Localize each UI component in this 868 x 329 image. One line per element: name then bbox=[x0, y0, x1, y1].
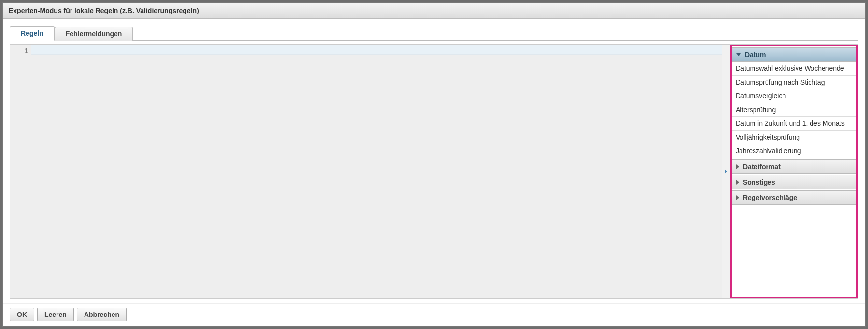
rule-item[interactable]: Datumswahl exklusive Wochenende bbox=[732, 62, 856, 76]
chevron-right-icon bbox=[736, 180, 739, 185]
tab-rules[interactable]: Regeln bbox=[10, 26, 55, 41]
dialog-window: Experten-Modus für lokale Regeln (z.B. V… bbox=[2, 2, 866, 327]
ok-button[interactable]: OK bbox=[10, 308, 34, 321]
rule-item[interactable]: Datumsvergleich bbox=[732, 89, 856, 103]
dialog-footer: OK Leeren Abbrechen bbox=[3, 303, 865, 326]
accordion-header-sonstiges[interactable]: Sonstiges bbox=[732, 175, 856, 189]
accordion-label: Dateiformat bbox=[743, 163, 781, 171]
rule-editor[interactable]: 1 bbox=[10, 45, 722, 298]
chevron-down-icon bbox=[736, 53, 741, 56]
dialog-content: Regeln Fehlermeldungen 1 Datum bbox=[3, 19, 865, 303]
expand-icon bbox=[725, 169, 727, 174]
code-area[interactable] bbox=[31, 45, 722, 298]
accordion-body-datum: Datumswahl exklusive Wochenende Datumspr… bbox=[732, 62, 856, 158]
chevron-right-icon bbox=[736, 195, 739, 200]
workspace: 1 Datum Datumswahl exklusive Wochenende … bbox=[10, 44, 858, 299]
tabstrip: Regeln Fehlermeldungen bbox=[10, 26, 858, 41]
rule-side-panel: Datum Datumswahl exklusive Wochenende Da… bbox=[730, 45, 858, 298]
rule-item[interactable]: Altersprüfung bbox=[732, 103, 856, 117]
accordion-header-vorschlaege[interactable]: Regelvorschläge bbox=[732, 190, 856, 205]
chevron-right-icon bbox=[736, 164, 739, 169]
line-number: 1 bbox=[13, 46, 28, 56]
accordion-label: Regelvorschläge bbox=[743, 194, 797, 201]
accordion-label: Sonstiges bbox=[743, 178, 775, 186]
rule-item[interactable]: Jahreszahlvalidierung bbox=[732, 144, 856, 158]
active-line-highlight bbox=[31, 45, 722, 55]
clear-button[interactable]: Leeren bbox=[37, 308, 74, 321]
splitter-handle[interactable] bbox=[722, 45, 730, 298]
dialog-title: Experten-Modus für lokale Regeln (z.B. V… bbox=[3, 3, 865, 19]
accordion-header-dateiformat[interactable]: Dateiformat bbox=[732, 159, 856, 174]
rule-item[interactable]: Datumsprüfung nach Stichtag bbox=[732, 76, 856, 90]
accordion-label: Datum bbox=[745, 51, 766, 58]
rule-item[interactable]: Datum in Zukunft und 1. des Monats bbox=[732, 117, 856, 131]
cancel-button[interactable]: Abbrechen bbox=[77, 308, 127, 321]
rule-item[interactable]: Volljährigkeitsprüfung bbox=[732, 131, 856, 145]
accordion-header-datum[interactable]: Datum bbox=[732, 47, 856, 62]
line-gutter: 1 bbox=[10, 45, 31, 298]
tab-errors[interactable]: Fehlermeldungen bbox=[55, 27, 133, 41]
